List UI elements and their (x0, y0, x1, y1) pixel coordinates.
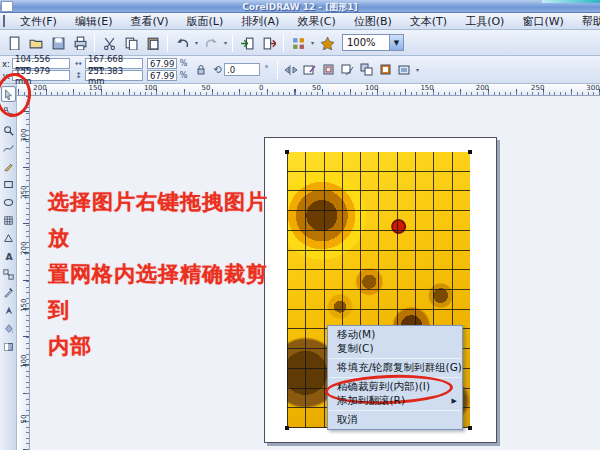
property-bar: x: 104.556 mm y: 155.979 mm ↔ 167.668 mm… (0, 56, 600, 84)
smart-drawing-tool[interactable] (1, 158, 16, 174)
width-icon: ↔ (74, 59, 83, 68)
zoom-tool[interactable] (1, 122, 16, 138)
menu-w[interactable]: 窗口(W) (513, 13, 572, 30)
vruler-label: 200 (20, 243, 28, 255)
toolbar-separator (167, 34, 168, 52)
horizontal-ruler: 20015010050050100150200250300 (17, 84, 600, 96)
hruler-label: 50 (201, 84, 210, 92)
menu-a[interactable]: 排列(A) (232, 13, 288, 30)
right-click-context-menu: 移动(M)复制(C)将填充/轮廓复制到群组(G)精确裁剪到(内部)(I)添加到翻… (327, 325, 463, 430)
vruler-label: 250 (20, 187, 28, 199)
context-menu-item-1[interactable]: 移动(M) (328, 328, 462, 342)
rotate-icon: ⟲ (213, 64, 222, 75)
context-menu-item-5[interactable]: 添加到翻滚(R)▶ (328, 394, 462, 408)
menu-t[interactable]: 文本(T) (401, 13, 456, 30)
degree-label: ° (262, 65, 271, 74)
rotation-angle-field[interactable]: .0 (224, 63, 260, 76)
hruler-label: 250 (531, 84, 544, 92)
new-button[interactable] (4, 33, 24, 53)
mirror-horizontal-button[interactable] (282, 61, 299, 78)
context-menu-item-2[interactable]: 复制(C) (328, 342, 462, 356)
hruler-label: 0 (259, 84, 263, 92)
context-menu-item-3[interactable]: 将填充/轮廓复制到群组(G) (328, 361, 462, 375)
vruler-label: 50 (20, 413, 28, 425)
application-launcher-button[interactable] (288, 33, 308, 53)
vruler-label: 300 (20, 130, 28, 142)
menu-f[interactable]: 文件(F) (11, 13, 66, 30)
cut-button[interactable] (99, 33, 119, 53)
freehand-tool[interactable] (1, 140, 16, 156)
hruler-label: 50 (312, 84, 321, 92)
export-button[interactable] (259, 33, 279, 53)
undo-button-dropdown[interactable]: ▾ (193, 33, 200, 53)
application-launcher-button-dropdown[interactable]: ▾ (309, 33, 316, 53)
fill-tool[interactable] (1, 320, 16, 336)
interactive-fill-tool[interactable] (1, 338, 16, 354)
toolbox: A (0, 84, 17, 450)
resample-bitmap-button[interactable] (358, 61, 375, 78)
menu-items: 文件(F)编辑(E)查看(V)版面(L)排列(A)效果(C)位图(B)文本(T)… (11, 13, 600, 30)
text-tool[interactable]: A (1, 248, 16, 264)
x-label: x: (2, 59, 10, 69)
trace-bitmap-button[interactable] (339, 61, 356, 78)
redo-button (201, 33, 221, 53)
scale-x-field[interactable]: 67.99 (147, 58, 177, 69)
menu-c[interactable]: 效果(C) (288, 13, 344, 30)
context-menu-item-4[interactable]: 精确裁剪到(内部)(I) (328, 380, 462, 394)
zoom-level-value: 100% (343, 37, 389, 48)
selection-handle[interactable] (285, 426, 289, 430)
corel-online-button[interactable] (317, 33, 337, 53)
graph-paper-tool[interactable] (1, 212, 16, 228)
convert-to-bitmap-button[interactable] (396, 61, 413, 78)
menu-l[interactable]: 版面(L) (178, 13, 233, 30)
scale-y-field[interactable]: 67.99 (147, 70, 177, 81)
menu-separator (329, 377, 461, 378)
menu-e[interactable]: 编辑(E) (66, 13, 122, 30)
import-button[interactable] (237, 33, 257, 53)
toolbar-separator (232, 34, 233, 52)
save-button[interactable] (48, 33, 68, 53)
eyedropper-tool[interactable] (1, 284, 16, 300)
paste-button[interactable] (143, 33, 163, 53)
selection-handle[interactable] (285, 150, 289, 154)
submenu-arrow-icon: ▶ (452, 397, 457, 405)
print-button[interactable] (70, 33, 90, 53)
crop-bitmap-button[interactable] (320, 61, 337, 78)
zoom-level-combo[interactable]: 100% ▼ (342, 34, 404, 51)
menu-separator (329, 358, 461, 359)
chevron-down-icon[interactable]: ▼ (389, 35, 403, 50)
standard-toolbar: ▾▾▾ 100% ▼ (0, 30, 600, 56)
percent-label: % (179, 59, 188, 68)
selection-handle[interactable] (468, 426, 472, 430)
undo-button[interactable] (172, 33, 192, 53)
redo-button-dropdown[interactable]: ▾ (222, 33, 229, 53)
ellipse-tool[interactable] (1, 194, 16, 210)
hruler-label: 300 (586, 84, 599, 92)
menu-h[interactable]: 帮助(H) (573, 13, 600, 30)
height-icon: ↕ (74, 71, 83, 80)
interactive-blend-tool[interactable] (1, 266, 16, 282)
drawing-workspace: 选择图片右键拖拽图片放 置网格内选择精确裁剪到 内部 移动(M)复制(C)将填充… (30, 96, 600, 450)
convert-to-bitmap-button-dropdown[interactable]: ▾ (414, 60, 421, 80)
edit-bitmap-button[interactable] (301, 61, 318, 78)
bitmap-buttons: ▾ (281, 60, 421, 80)
selection-handle[interactable] (468, 150, 472, 154)
hruler-label: 200 (33, 84, 46, 92)
context-menu-item-6[interactable]: 取消 (328, 413, 462, 427)
open-button[interactable] (26, 33, 46, 53)
hruler-label: 100 (144, 84, 157, 92)
object-height-field[interactable]: 251.383 mm (85, 70, 143, 81)
menu-separator (329, 410, 461, 411)
basic-shapes-tool[interactable] (1, 230, 16, 246)
rectangle-tool[interactable] (1, 176, 16, 192)
toolbar-separator (94, 34, 95, 52)
document-icon (3, 15, 5, 27)
percent-label: % (179, 71, 188, 80)
bitmap-color-mask-button[interactable] (377, 61, 394, 78)
menu-b[interactable]: 位图(B) (345, 13, 401, 30)
copy-button[interactable] (121, 33, 141, 53)
menu-v[interactable]: 查看(V) (121, 13, 177, 30)
menu-o[interactable]: 工具(O) (456, 13, 513, 30)
outline-tool[interactable] (1, 302, 16, 318)
lock-ratio-icon[interactable] (195, 59, 207, 81)
